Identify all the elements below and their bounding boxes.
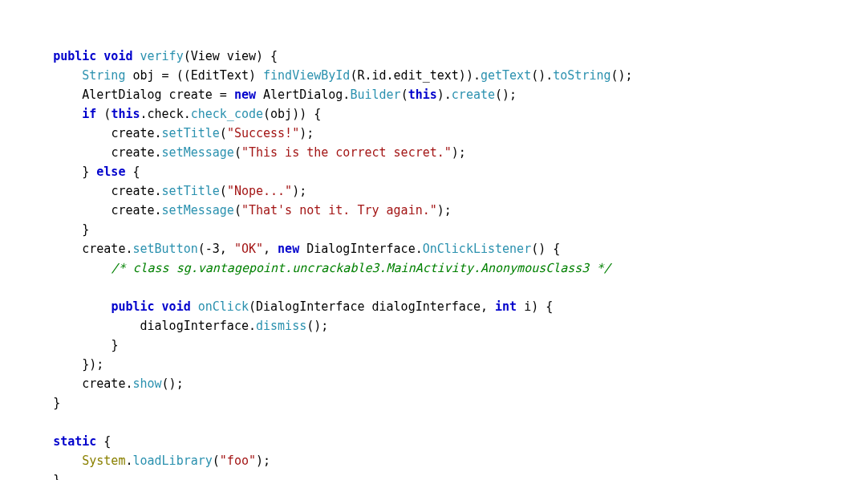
comment: /* class sg.vantagepoint.uncrackable3.Ma…	[111, 261, 610, 275]
method-name: setMessage	[162, 203, 234, 218]
method-name: setButton	[132, 242, 197, 256]
code-text: }	[53, 396, 60, 410]
code-block: public void verify(View view) { String o…	[24, 47, 844, 480]
code-text: ();	[611, 68, 633, 83]
code-text: ).	[437, 87, 452, 102]
string-literal: "Success!"	[227, 126, 299, 140]
method-name: OnClickListener	[423, 242, 531, 256]
method-name: loadLibrary	[132, 454, 212, 468]
code-text: DialogInterface.	[299, 242, 423, 256]
code-text: create.	[111, 203, 161, 218]
method-name: Builder	[350, 87, 400, 102]
method-name: setMessage	[162, 145, 234, 160]
code-text: ();	[495, 87, 517, 102]
code-text: create.	[111, 145, 161, 160]
keyword-new: new	[234, 87, 256, 102]
code-text: );	[256, 454, 270, 468]
method-name: create	[452, 87, 495, 102]
code-text: (	[234, 145, 241, 160]
code-text: (R.id.edit_text)).	[350, 68, 481, 83]
code-text: .check.	[140, 107, 191, 121]
code-text: (	[213, 454, 220, 468]
code-text: AlertDialog.	[256, 87, 350, 102]
method-name: getText	[481, 68, 531, 83]
method-name: toString	[553, 68, 610, 83]
keyword-int: int	[495, 299, 517, 314]
code-text: (DialogInterface dialogInterface,	[249, 299, 495, 314]
code-text: );	[292, 184, 306, 198]
code-text: create.	[82, 376, 132, 391]
keyword-else: else	[96, 165, 125, 179]
keyword-public: public	[111, 299, 154, 314]
code-text: AlertDialog create =	[82, 87, 234, 102]
code-text: {	[96, 434, 111, 449]
keyword-void: void	[162, 299, 191, 314]
type-name: System	[82, 454, 125, 468]
code-text: );	[437, 203, 452, 218]
code-text: obj = ((EditText)	[125, 68, 263, 83]
keyword-static: static	[53, 434, 96, 449]
code-text: i) {	[517, 299, 553, 314]
string-literal: "OK"	[234, 242, 263, 256]
code-text: }	[53, 473, 60, 480]
code-text: {	[125, 165, 140, 179]
code-text: create.	[111, 184, 161, 198]
method-name: setTitle	[162, 184, 220, 198]
string-literal: "This is the correct secret."	[241, 145, 452, 160]
code-text: ();	[306, 319, 328, 333]
code-text: (	[234, 203, 241, 218]
string-literal: "That's not it. Try again."	[241, 203, 437, 218]
keyword-if: if	[82, 107, 96, 121]
code-text: create.	[111, 126, 161, 140]
code-text: create.	[82, 242, 132, 256]
string-literal: "Nope..."	[227, 184, 292, 198]
code-text: dialogInterface.	[140, 319, 257, 333]
code-text: (-3,	[198, 242, 234, 256]
code-text: }	[82, 222, 89, 237]
method-name: dismiss	[256, 319, 306, 333]
code-text: (View view) {	[184, 49, 278, 63]
method-name: show	[132, 376, 161, 391]
keyword-void: void	[103, 49, 132, 63]
code-text: (	[220, 126, 227, 140]
method-name: setTitle	[162, 126, 220, 140]
keyword-this: this	[111, 107, 140, 121]
code-text: });	[82, 357, 103, 372]
code-text: );	[452, 145, 466, 160]
keyword-new: new	[278, 242, 299, 256]
code-text: }	[111, 338, 118, 352]
type-name: String	[82, 68, 125, 83]
code-text: ,	[263, 242, 278, 256]
string-literal: "foo"	[220, 454, 256, 468]
code-text: () {	[531, 242, 560, 256]
method-name: check_code	[191, 107, 263, 121]
code-text: ();	[162, 376, 184, 391]
code-text: (	[401, 87, 408, 102]
method-name: verify	[140, 49, 184, 63]
code-text: );	[299, 126, 314, 140]
code-text: }	[82, 165, 96, 179]
method-name: onClick	[198, 299, 249, 314]
code-text: ().	[531, 68, 553, 83]
code-text: (	[96, 107, 111, 121]
code-text: (obj)) {	[263, 107, 321, 121]
method-name: findViewById	[263, 68, 350, 83]
keyword-this: this	[408, 87, 437, 102]
code-text: (	[220, 184, 227, 198]
keyword-public: public	[53, 49, 96, 63]
